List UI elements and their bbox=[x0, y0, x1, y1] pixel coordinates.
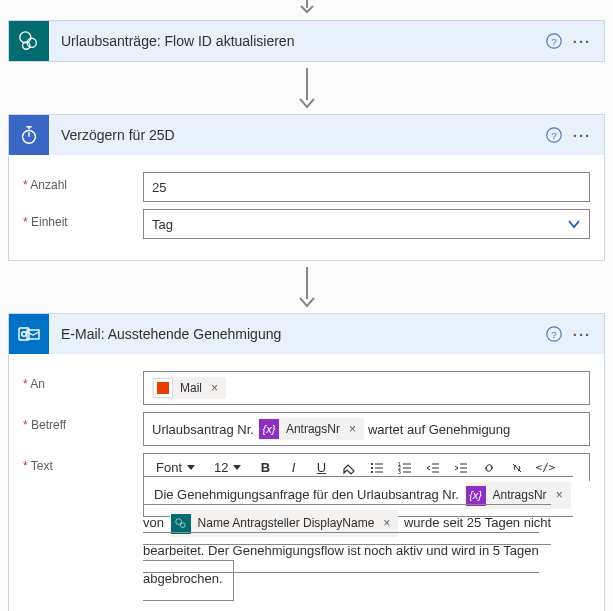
more-menu-button[interactable]: ··· bbox=[568, 121, 596, 149]
sharepoint-icon bbox=[9, 21, 49, 61]
step-delay-header[interactable]: Verzögern für 25D ? ··· bbox=[9, 115, 604, 155]
outlook-icon bbox=[9, 314, 49, 354]
more-menu-button[interactable]: ··· bbox=[568, 27, 596, 55]
body-label: Text bbox=[23, 453, 143, 473]
stopwatch-icon bbox=[9, 115, 49, 155]
svg-point-15 bbox=[371, 471, 373, 473]
svg-point-20 bbox=[180, 523, 185, 528]
code-view-button[interactable]: </> bbox=[536, 461, 554, 474]
token-requester-name[interactable]: Name Antragsteller DisplayName × bbox=[170, 510, 399, 537]
link-button[interactable] bbox=[480, 461, 498, 475]
step-email-header[interactable]: E-Mail: Ausstehende Genehmigung ? ··· bbox=[9, 314, 604, 354]
subject-input[interactable]: Urlaubsantrag Nr. {x} AntragsNr × wartet… bbox=[143, 412, 590, 446]
step-title: Verzögern für 25D bbox=[49, 127, 540, 143]
svg-text:?: ? bbox=[551, 130, 557, 141]
svg-text:?: ? bbox=[551, 36, 557, 47]
help-button[interactable]: ? bbox=[540, 121, 568, 149]
outdent-button[interactable] bbox=[424, 461, 442, 475]
token-mail[interactable]: Mail × bbox=[152, 377, 226, 399]
svg-point-0 bbox=[20, 32, 31, 43]
number-list-button[interactable]: 123 bbox=[396, 461, 414, 475]
remove-token-button[interactable]: × bbox=[347, 422, 358, 436]
step-delay: Verzögern für 25D ? ··· Anzahl 25 Einhei… bbox=[8, 114, 605, 261]
token-antragsnr[interactable]: {x} AntragsNr × bbox=[465, 482, 571, 509]
more-menu-button[interactable]: ··· bbox=[568, 320, 596, 348]
remove-token-button[interactable]: × bbox=[209, 381, 220, 395]
help-button[interactable]: ? bbox=[540, 320, 568, 348]
svg-point-13 bbox=[371, 463, 373, 465]
fx-icon: {x} bbox=[259, 419, 279, 439]
svg-point-10 bbox=[22, 332, 27, 337]
size-select[interactable]: 12 bbox=[210, 458, 246, 477]
bullet-list-button[interactable] bbox=[368, 461, 386, 475]
font-select[interactable]: Font bbox=[152, 458, 200, 477]
fx-icon: {x} bbox=[466, 486, 486, 506]
count-input[interactable]: 25 bbox=[143, 172, 590, 202]
chevron-down-icon bbox=[567, 217, 581, 231]
remove-token-button[interactable]: × bbox=[554, 483, 565, 508]
step-title: E-Mail: Ausstehende Genehmigung bbox=[49, 326, 540, 342]
to-input[interactable]: Mail × bbox=[143, 371, 590, 405]
svg-text:3: 3 bbox=[398, 469, 401, 475]
connector-arrow-in bbox=[8, 0, 605, 16]
highlight-button[interactable] bbox=[340, 461, 358, 475]
connector-arrow bbox=[8, 265, 605, 309]
remove-token-button[interactable]: × bbox=[381, 511, 392, 536]
step-sharepoint-update[interactable]: Urlaubsanträge: Flow ID aktualisieren ? … bbox=[8, 20, 605, 62]
help-button[interactable]: ? bbox=[540, 27, 568, 55]
to-label: An bbox=[23, 371, 143, 391]
count-label: Anzahl bbox=[23, 172, 143, 192]
office-icon bbox=[153, 378, 173, 398]
unit-label: Einheit bbox=[23, 209, 143, 229]
subject-label: Betreff bbox=[23, 412, 143, 432]
step-title: Urlaubsanträge: Flow ID aktualisieren bbox=[49, 33, 540, 49]
token-antragsnr[interactable]: {x} AntragsNr × bbox=[258, 418, 364, 440]
svg-point-14 bbox=[371, 467, 373, 469]
italic-button[interactable]: I bbox=[284, 460, 302, 475]
bold-button[interactable]: B bbox=[256, 460, 274, 475]
unit-select[interactable]: Tag bbox=[143, 209, 590, 239]
underline-button[interactable]: U bbox=[312, 460, 330, 475]
unlink-button[interactable] bbox=[508, 461, 526, 475]
body-editor[interactable]: Die Genehmigungsanfrage für den Urlaubsa… bbox=[143, 476, 573, 601]
sharepoint-icon bbox=[171, 514, 191, 534]
step-email: E-Mail: Ausstehende Genehmigung ? ··· An… bbox=[8, 313, 605, 611]
svg-text:?: ? bbox=[551, 329, 557, 340]
indent-button[interactable] bbox=[452, 461, 470, 475]
connector-arrow bbox=[8, 66, 605, 110]
